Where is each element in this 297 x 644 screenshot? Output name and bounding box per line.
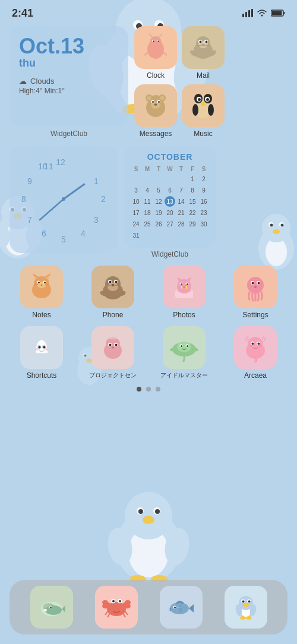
cal-day-12: 12: [153, 196, 164, 207]
page-dot-2: [146, 387, 151, 392]
svg-rect-50: [245, 12, 247, 17]
weather-row: ☁ Clouds: [19, 77, 119, 86]
cal-header-w: W: [165, 165, 175, 173]
date-widget-label: WidgetClub: [10, 130, 128, 138]
date-widget: Oct.13 thu ☁ Clouds High:4° Min:1° Widge…: [10, 26, 128, 138]
app-notes[interactable]: Notes: [10, 266, 74, 319]
svg-point-74: [201, 44, 205, 46]
phone-icon: [91, 266, 134, 308]
app-clock[interactable]: Clock: [134, 26, 177, 80]
app-settings[interactable]: Settings: [223, 266, 287, 319]
cal-day-17: 17: [131, 207, 141, 218]
cal-day-19: 19: [153, 207, 164, 218]
svg-point-152: [183, 286, 185, 288]
page-dots: [10, 387, 287, 392]
svg-point-166: [43, 346, 46, 349]
dock-icon-2: [95, 586, 138, 629]
svg-point-32: [125, 492, 172, 539]
svg-text:10: 10: [38, 162, 48, 171]
widgetclub-label: WidgetClub: [124, 250, 216, 258]
cal-day-25: 25: [142, 219, 153, 229]
svg-text:4: 4: [81, 229, 86, 238]
analog-clock-widget: 12 11 1 2 3 4 5 6 7 8 9 10: [10, 145, 118, 253]
cal-header-f: F: [187, 165, 198, 173]
dock-app-1[interactable]: [30, 586, 73, 629]
cal-day-5: 5: [153, 185, 164, 195]
app-arcaea[interactable]: Arcaea: [223, 326, 287, 380]
app-photos[interactable]: Photos: [152, 266, 216, 319]
svg-point-189: [258, 343, 260, 345]
dock-icon-1: [30, 586, 73, 629]
svg-line-141: [106, 285, 110, 286]
svg-point-99: [201, 102, 206, 106]
top-apps-grid: Clock: [134, 26, 225, 138]
cal-header-s: S: [131, 165, 141, 173]
apps-row-1: Clock: [134, 26, 225, 80]
music-icon: [182, 84, 225, 127]
cal-empty2: [142, 173, 153, 184]
svg-point-224: [243, 603, 249, 607]
app-project[interactable]: プロジェクトセン: [81, 326, 145, 380]
svg-text:8: 8: [21, 194, 26, 204]
wifi-icon: [257, 9, 267, 17]
svg-point-90: [154, 103, 157, 106]
weather-temp: High:4° Min:1°: [19, 87, 119, 95]
svg-point-62: [157, 40, 159, 42]
svg-point-196: [50, 607, 51, 608]
svg-point-101: [208, 104, 214, 116]
svg-text:12: 12: [56, 157, 65, 167]
page-dot-1: [137, 387, 141, 392]
cal-day-11: 11: [142, 196, 153, 207]
svg-line-63: [149, 34, 153, 37]
app-music[interactable]: Music: [182, 84, 225, 138]
svg-point-188: [252, 343, 254, 345]
notes-label: Notes: [32, 311, 50, 319]
cal-day-23: 23: [198, 207, 209, 218]
svg-point-126: [38, 282, 40, 283]
svg-point-180: [181, 345, 182, 347]
cal-day-28: 28: [176, 219, 187, 229]
svg-point-185: [248, 337, 263, 352]
app-mail[interactable]: Mail: [182, 26, 225, 80]
svg-text:5: 5: [61, 235, 66, 244]
svg-point-33: [137, 507, 144, 514]
svg-rect-55: [283, 12, 285, 14]
svg-point-222: [242, 601, 244, 603]
dock-app-4[interactable]: [225, 586, 267, 629]
cal-day-29: 29: [187, 219, 198, 229]
arcaea-icon: [234, 326, 277, 369]
notes-icon: [20, 266, 63, 308]
home-content: Oct.13 thu ☁ Clouds High:4° Min:1° Widge…: [0, 26, 297, 392]
project-icon: [91, 326, 134, 369]
settings-icon: [234, 266, 277, 308]
svg-rect-56: [272, 11, 282, 15]
svg-point-155: [181, 285, 183, 286]
cal-day-31: 31: [131, 230, 141, 241]
clock-icon: [134, 26, 177, 69]
date-display: Oct.13: [19, 36, 119, 57]
cal-header-m: M: [142, 165, 153, 173]
app-messages[interactable]: Messages: [134, 84, 177, 138]
shortcuts-icon: [20, 326, 63, 369]
cal-day-4: 4: [142, 185, 153, 195]
cal-day-3: 3: [131, 185, 141, 195]
dock-app-3[interactable]: [160, 586, 203, 629]
app-shortcuts[interactable]: Shortcuts: [10, 326, 74, 380]
svg-point-58: [150, 36, 162, 48]
svg-point-168: [45, 348, 48, 351]
svg-point-39: [162, 526, 192, 567]
svg-point-157: [247, 277, 264, 293]
app-idolmaster[interactable]: アイドルマスター: [152, 326, 216, 380]
svg-point-156: [185, 285, 188, 286]
app-phone[interactable]: Phone: [81, 266, 145, 319]
dock-app-2[interactable]: [95, 586, 138, 629]
svg-point-100: [192, 104, 198, 116]
svg-point-36: [155, 509, 160, 514]
svg-point-127: [44, 282, 46, 283]
svg-point-61: [153, 40, 154, 42]
cal-day-24: 24: [131, 219, 141, 229]
svg-point-128: [41, 285, 43, 286]
svg-point-216: [179, 604, 182, 613]
cal-month: OCTOBER: [131, 152, 209, 162]
svg-point-227: [240, 616, 246, 620]
